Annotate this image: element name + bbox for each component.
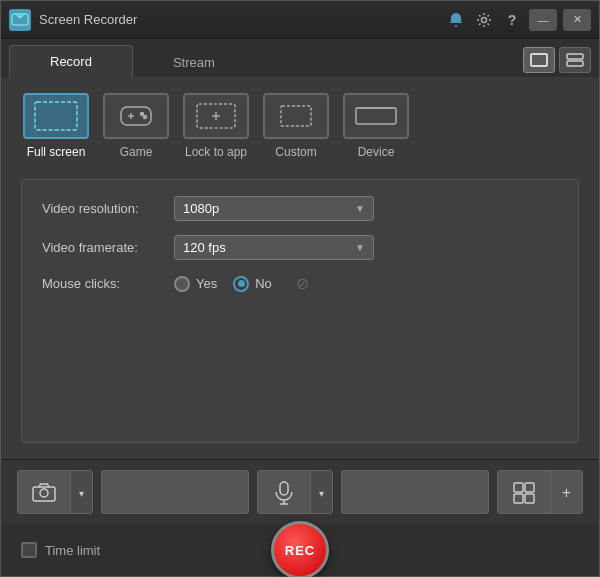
tabbar: Record Stream <box>1 39 599 77</box>
mode-game-label: Game <box>120 145 153 159</box>
time-limit-checkbox[interactable] <box>21 542 37 558</box>
svg-point-18 <box>40 489 48 497</box>
mouse-clicks-row: Mouse clicks: Yes No ⊘ <box>42 274 558 293</box>
view-toggle-group <box>523 47 591 77</box>
app-window: Screen Recorder ? — ✕ Record S <box>0 0 600 577</box>
mode-lock-to-app[interactable]: Lock to app <box>181 93 251 159</box>
footer: Time limit REC <box>1 524 599 576</box>
device-icon <box>343 93 409 139</box>
resolution-select[interactable]: 1080p ▼ <box>174 196 374 221</box>
settings-icon-btn[interactable] <box>473 9 495 31</box>
mode-custom[interactable]: Custom <box>261 93 331 159</box>
mode-device-label: Device <box>358 145 395 159</box>
camera-dropdown-button[interactable]: ▾ <box>70 471 92 514</box>
camera-button[interactable] <box>18 471 70 514</box>
radio-no[interactable]: No <box>233 276 272 292</box>
mic-button[interactable] <box>258 471 310 514</box>
mode-custom-label: Custom <box>275 145 316 159</box>
titlebar: Screen Recorder ? — ✕ <box>1 1 599 39</box>
effects-tool-group: + <box>497 470 583 514</box>
time-limit-row: Time limit <box>21 542 100 558</box>
compact-view-btn[interactable] <box>559 47 591 73</box>
fullscreen-view-btn[interactable] <box>523 47 555 73</box>
custom-icon <box>263 93 329 139</box>
framerate-row: Video framerate: 120 fps ▼ <box>42 235 558 260</box>
mouse-clicks-radio-group: Yes No ⊘ <box>174 274 309 293</box>
svg-rect-5 <box>567 61 583 66</box>
svg-rect-16 <box>356 108 396 124</box>
lock-to-app-icon <box>183 93 249 139</box>
camera-label-area <box>101 470 249 514</box>
svg-rect-23 <box>514 483 523 492</box>
svg-point-2 <box>482 17 487 22</box>
mode-device[interactable]: Device <box>341 93 411 159</box>
svg-rect-24 <box>525 483 534 492</box>
radio-yes-label: Yes <box>196 276 217 291</box>
svg-point-10 <box>141 113 144 116</box>
tab-record[interactable]: Record <box>9 45 133 78</box>
svg-rect-25 <box>514 494 523 503</box>
resolution-row: Video resolution: 1080p ▼ <box>42 196 558 221</box>
radio-no-label: No <box>255 276 272 291</box>
mode-full-screen-label: Full screen <box>27 145 86 159</box>
svg-rect-20 <box>280 482 288 495</box>
time-limit-label: Time limit <box>45 543 100 558</box>
mic-dropdown-button[interactable]: ▾ <box>310 471 332 514</box>
rec-button[interactable]: REC <box>271 521 329 577</box>
mode-lock-to-app-label: Lock to app <box>185 145 247 159</box>
settings-area: Video resolution: 1080p ▼ Video framerat… <box>21 179 579 443</box>
framerate-select[interactable]: 120 fps ▼ <box>174 235 374 260</box>
svg-rect-15 <box>281 106 311 126</box>
minimize-button[interactable]: — <box>529 9 557 31</box>
help-icon-btn[interactable]: ? <box>501 9 523 31</box>
camera-tool-group: ▾ <box>17 470 93 514</box>
mode-game[interactable]: Game <box>101 93 171 159</box>
svg-rect-26 <box>525 494 534 503</box>
radio-no-circle <box>233 276 249 292</box>
effects-add-button[interactable]: + <box>550 471 582 514</box>
framerate-label: Video framerate: <box>42 240 162 255</box>
mic-tool-group: ▾ <box>257 470 333 514</box>
titlebar-actions: ? — ✕ <box>445 9 591 31</box>
mouse-clicks-label: Mouse clicks: <box>42 276 162 291</box>
radio-yes-circle <box>174 276 190 292</box>
help-icon: ? <box>508 12 517 28</box>
svg-point-11 <box>144 116 147 119</box>
svg-rect-3 <box>531 54 547 66</box>
svg-rect-6 <box>35 102 77 130</box>
effects-button[interactable] <box>498 471 550 514</box>
bell-icon-btn[interactable] <box>445 9 467 31</box>
bottom-toolbar: ▾ ▾ <box>1 459 599 524</box>
mic-label-area <box>341 470 489 514</box>
svg-rect-4 <box>567 54 583 59</box>
mode-full-screen[interactable]: Full screen <box>21 93 91 159</box>
full-screen-icon <box>23 93 89 139</box>
game-icon <box>103 93 169 139</box>
resolution-label: Video resolution: <box>42 201 162 216</box>
tab-stream[interactable]: Stream <box>133 47 255 78</box>
mode-selector: Full screen Game <box>21 93 579 159</box>
framerate-arrow-icon: ▼ <box>355 242 365 253</box>
close-button[interactable]: ✕ <box>563 9 591 31</box>
disabled-icon: ⊘ <box>296 274 309 293</box>
app-title: Screen Recorder <box>39 12 445 27</box>
radio-yes[interactable]: Yes <box>174 276 217 292</box>
main-content: Full screen Game <box>1 77 599 459</box>
resolution-arrow-icon: ▼ <box>355 203 365 214</box>
app-icon <box>9 9 31 31</box>
